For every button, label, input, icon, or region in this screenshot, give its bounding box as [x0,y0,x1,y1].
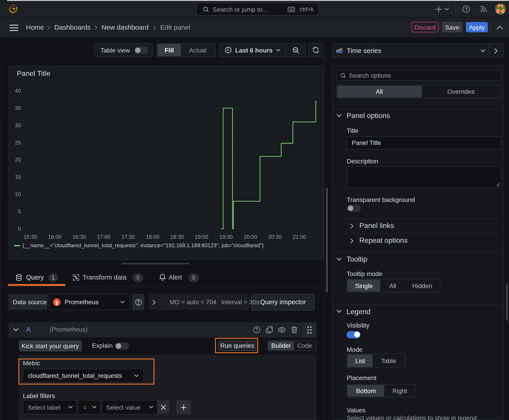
svg-text:17:30: 17:30 [121,233,135,240]
svg-text:16:00: 16:00 [48,233,61,240]
svg-text:25: 25 [15,139,21,145]
svg-text:20:30: 20:30 [268,233,281,240]
svg-text:15: 15 [15,174,21,180]
svg-text:18:00: 18:00 [146,233,159,240]
svg-text:5: 5 [18,208,21,214]
svg-text:19:30: 19:30 [219,233,233,240]
svg-text:20:00: 20:00 [243,233,257,240]
svg-text:18:30: 18:30 [170,233,183,240]
svg-text:15:30: 15:30 [23,233,37,240]
svg-text:10: 10 [15,191,21,197]
svg-text:40: 40 [15,88,21,94]
svg-text:21:00: 21:00 [292,233,306,240]
svg-text:35: 35 [15,105,21,111]
svg-text:30: 30 [15,122,21,128]
svg-text:16:30: 16:30 [72,233,86,240]
svg-text:20: 20 [15,156,21,162]
svg-text:17:00: 17:00 [97,233,110,240]
svg-text:0: 0 [18,225,21,232]
svg-text:19:00: 19:00 [195,233,208,240]
